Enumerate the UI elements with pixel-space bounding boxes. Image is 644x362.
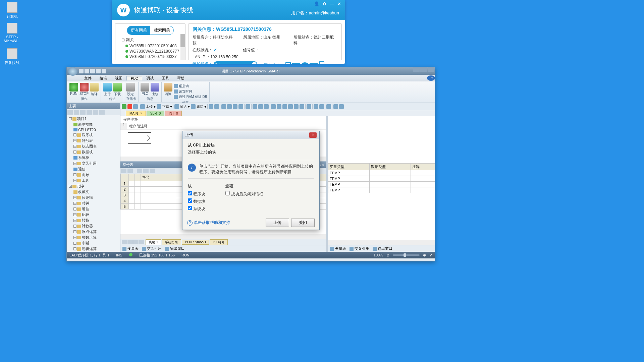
upload-button[interactable]: 上传 bbox=[103, 83, 112, 97]
gateway-item[interactable]: WG7830WAN21121806777 bbox=[117, 49, 183, 54]
rpanel-hscroll[interactable] bbox=[328, 240, 435, 245]
symbol-bottom-tabs: 表格 1 系统符号 POU Symbols I/O 符号 bbox=[120, 239, 326, 245]
step7-titlebar[interactable]: 项目 1 - STEP 7-Micro/WIN SMART bbox=[67, 67, 435, 75]
btab-io[interactable]: I/O 符号 bbox=[210, 239, 228, 245]
tree-node[interactable]: +逻辑运算 bbox=[67, 246, 119, 252]
upload-dialog: 上传 ✕ 从 CPU 上传块 选择要上传的块 i 单击 "上传" 开始。当前项目… bbox=[182, 131, 320, 230]
app-menu-orb[interactable] bbox=[68, 67, 77, 76]
erase-button[interactable]: 清除 bbox=[164, 83, 172, 100]
menu-plc[interactable]: PLC bbox=[126, 76, 142, 80]
tree-node[interactable]: +转换 bbox=[67, 218, 119, 223]
scrollbar[interactable] bbox=[180, 34, 185, 60]
tree-node[interactable]: +浮点运算 bbox=[67, 229, 119, 235]
btab-pou[interactable]: POU Symbols bbox=[182, 240, 209, 245]
compile-button[interactable]: 编译 bbox=[90, 83, 99, 97]
setup-button[interactable]: 设定 bbox=[126, 83, 135, 97]
symbol-hscroll[interactable] bbox=[120, 234, 326, 239]
tree-node[interactable]: +数据块 bbox=[67, 149, 119, 155]
desktop-icon-devexpress[interactable]: 设备快线 bbox=[2, 48, 22, 65]
desktop-icon-step7[interactable]: STEP -MicroWI... bbox=[2, 23, 22, 43]
tree-node[interactable]: +状态图表 bbox=[67, 143, 119, 149]
settings-icon[interactable]: ✿ bbox=[323, 1, 326, 6]
close-icon[interactable] bbox=[428, 67, 434, 72]
tab-search-gateways[interactable]: 搜索网关 bbox=[150, 26, 173, 35]
compare-button[interactable]: 比较 bbox=[151, 83, 159, 97]
tree-node[interactable]: +符号表 bbox=[67, 138, 119, 143]
gateway-root[interactable]: ⊟ 网关 bbox=[117, 37, 183, 43]
tab-sbr0[interactable]: SBR_0 bbox=[147, 111, 165, 116]
tab-variable-table[interactable]: 变量表 bbox=[122, 246, 139, 251]
menu-debug[interactable]: 调试 bbox=[142, 76, 158, 81]
btab-table1[interactable]: 表格 1 bbox=[146, 239, 161, 245]
checkbox-data-block[interactable]: 数据块 bbox=[188, 198, 205, 205]
expand-icon[interactable]: ⤢ bbox=[429, 253, 432, 257]
tree-node[interactable]: +工具 bbox=[67, 178, 119, 183]
tree-node[interactable]: +交叉引用 bbox=[67, 161, 119, 166]
program-comment-header[interactable]: 程序注释 bbox=[120, 116, 326, 123]
tree-node[interactable]: +计数器 bbox=[67, 223, 119, 229]
dialog-help-link[interactable]: ?单击获取帮助和支持 bbox=[187, 220, 230, 226]
variable-grid[interactable]: 变量类型数据类型注释 TEMP TEMP TEMP TEMP bbox=[328, 163, 435, 193]
tab-variable-table[interactable]: 变量表 bbox=[330, 246, 346, 251]
tree-node[interactable]: +时钟 bbox=[67, 200, 119, 206]
gateway-item[interactable]: WG585LL0722010501403 bbox=[117, 43, 183, 49]
menu-tools[interactable]: 工具 bbox=[158, 76, 173, 81]
tree-node[interactable]: +程序块 bbox=[67, 132, 119, 138]
maintenance-toggle[interactable]: ON bbox=[214, 61, 257, 64]
tab-int0[interactable]: INT_0 bbox=[165, 111, 181, 116]
run-button[interactable]: RUN bbox=[69, 83, 78, 97]
pane-controls[interactable]: ▫ × bbox=[320, 163, 324, 167]
tab-output[interactable]: 输出窗口 bbox=[165, 246, 185, 251]
tab-main[interactable]: MAIN × bbox=[126, 111, 146, 116]
dialog-titlebar[interactable]: 上传 ✕ bbox=[182, 131, 319, 139]
dialog-upload-button[interactable]: 上传 bbox=[266, 219, 289, 227]
status-zoom: 100% bbox=[374, 253, 383, 257]
tab-output[interactable]: 输出窗口 bbox=[373, 246, 392, 251]
menu-file[interactable]: 文件 bbox=[80, 76, 96, 81]
ladder-segment[interactable] bbox=[128, 132, 151, 144]
checkbox-system-block[interactable]: 系统块 bbox=[188, 205, 205, 213]
checkbox-program-block[interactable]: 程序块 bbox=[188, 190, 205, 198]
info-icon: i bbox=[188, 164, 196, 172]
tree-node[interactable]: +通信 bbox=[67, 206, 119, 212]
checkbox-close-after[interactable]: 成功后关闭对话框 bbox=[225, 190, 263, 198]
btab-system[interactable]: 系统符号 bbox=[162, 239, 181, 245]
tab-xref[interactable]: 交叉引用 bbox=[142, 246, 162, 251]
tree-instructions[interactable]: -指令 bbox=[67, 183, 119, 189]
tree-node[interactable]: 通信 bbox=[67, 166, 119, 172]
tab-xref[interactable]: 交叉引用 bbox=[350, 246, 369, 251]
tree-node[interactable]: +向导 bbox=[67, 172, 119, 178]
zoom-out-icon[interactable]: ⊖ bbox=[386, 253, 389, 257]
project-tree-pane: 主要▫ -项目1 新增功能 CPU ST20 +程序块 +符号表 +状态图表 +… bbox=[67, 103, 120, 252]
close-icon[interactable]: ✕ bbox=[337, 1, 341, 6]
plc-info-button[interactable]: PLC bbox=[141, 83, 149, 97]
tree-node[interactable]: +整数运算 bbox=[67, 235, 119, 240]
download-button[interactable]: 下载 bbox=[113, 83, 122, 97]
help-icon[interactable]: ? bbox=[427, 75, 435, 81]
pane-close-icon[interactable]: ▫ bbox=[117, 104, 118, 108]
tree-node[interactable]: 系统块 bbox=[67, 155, 119, 161]
tree-node[interactable]: +中断 bbox=[67, 240, 119, 246]
tab-all-gateways[interactable]: 所有网关 bbox=[127, 26, 150, 35]
tree-node[interactable]: 收藏夹 bbox=[67, 189, 119, 195]
zoom-slider[interactable] bbox=[393, 254, 420, 256]
tree-node[interactable]: 新增功能 bbox=[67, 122, 119, 127]
gateway-item[interactable]: WG585LL0720071500337 bbox=[117, 54, 183, 59]
dialog-heading: 从 CPU 上传块 bbox=[188, 142, 314, 148]
dialog-close-button[interactable]: ✕ bbox=[309, 132, 317, 138]
tree-project[interactable]: -项目1 bbox=[67, 116, 119, 122]
zoom-in-icon[interactable]: ⊕ bbox=[423, 253, 426, 257]
minimize-icon[interactable] bbox=[413, 67, 420, 72]
tree-node[interactable]: CPU ST20 bbox=[67, 127, 119, 132]
menu-help[interactable]: 帮助 bbox=[173, 76, 189, 81]
desktop-icon-computer[interactable]: 计算机 bbox=[2, 2, 22, 19]
maximize-icon[interactable] bbox=[420, 67, 427, 72]
tree-node[interactable]: +比较 bbox=[67, 212, 119, 218]
stop-button[interactable]: STOP bbox=[79, 83, 89, 97]
dialog-close-button2[interactable]: 关闭 bbox=[291, 219, 315, 227]
tree-node[interactable]: +位逻辑 bbox=[67, 195, 119, 200]
menu-edit[interactable]: 编辑 bbox=[96, 76, 111, 81]
menu-view[interactable]: 视图 bbox=[111, 76, 126, 81]
user-icon[interactable]: 👤 bbox=[314, 1, 319, 6]
minimize-icon[interactable]: — bbox=[330, 1, 334, 6]
